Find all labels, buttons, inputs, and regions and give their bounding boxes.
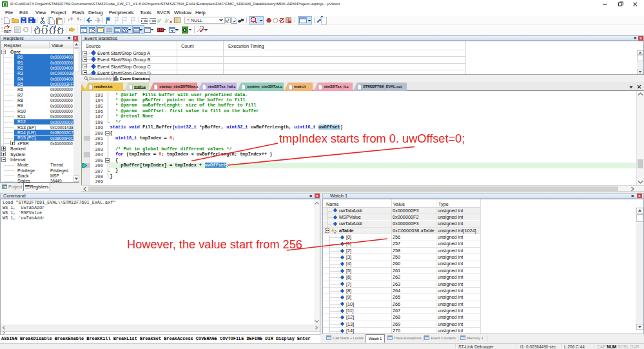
svg-text:= NULL: = NULL xyxy=(187,18,202,23)
svg-text://: // xyxy=(164,17,170,24)
svg-text:>_: >_ xyxy=(82,29,86,33)
svg-text:{}: {} xyxy=(41,27,48,34)
svg-text:{}: {} xyxy=(49,27,56,34)
svg-text:RST: RST xyxy=(4,30,12,34)
svg-text:{}: {} xyxy=(34,27,41,34)
svg-text://: // xyxy=(157,17,162,24)
